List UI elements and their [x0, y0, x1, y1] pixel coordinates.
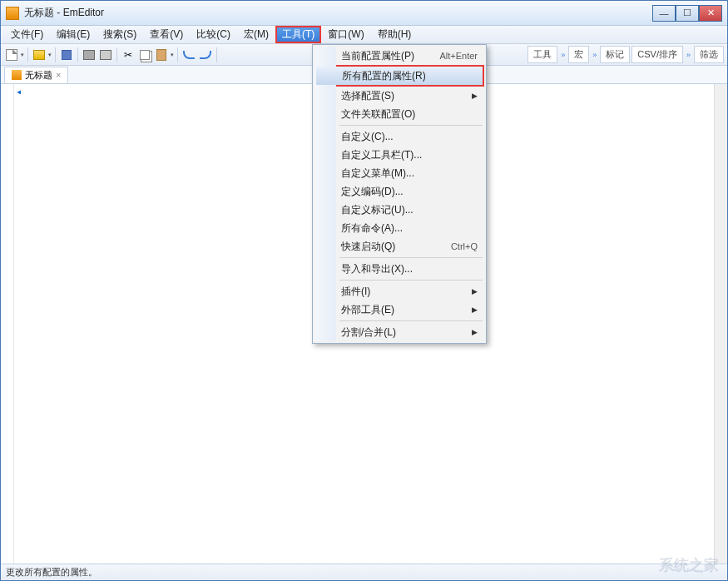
document-tab[interactable]: 无标题 × [4, 67, 68, 83]
menu-customize[interactable]: 自定义(C)... [314, 127, 484, 146]
new-dropdown-icon[interactable]: ▾ [21, 52, 24, 58]
toolbar-marker-label[interactable]: 标记 [600, 46, 630, 63]
vertical-scrollbar[interactable] [714, 84, 727, 564]
menu-help[interactable]: 帮助(H) [371, 26, 418, 43]
new-file-icon[interactable] [4, 47, 19, 62]
separator [77, 47, 78, 62]
toolbar-tools-label[interactable]: 工具 [527, 46, 557, 63]
document-icon [12, 70, 22, 80]
menu-customize-toolbar[interactable]: 自定义工具栏(T)... [314, 146, 484, 164]
minimize-button[interactable]: — [652, 5, 676, 22]
menu-item-label: 自定义(C)... [341, 130, 394, 144]
open-dropdown-icon[interactable]: ▾ [48, 52, 52, 58]
menu-item-label: 自定义标记(U)... [341, 203, 414, 217]
menu-customize-menu[interactable]: 自定义菜单(M)... [314, 164, 484, 182]
app-icon [6, 7, 19, 20]
submenu-arrow-icon: ▶ [472, 287, 478, 295]
menu-item-label: 所有命令(A)... [341, 221, 403, 236]
menu-customize-markers[interactable]: 自定义标记(U)... [314, 201, 484, 219]
menu-split-merge[interactable]: 分割/合并(L) ▶ [314, 323, 484, 341]
cut-icon[interactable]: ✂ [121, 47, 136, 62]
redo-icon[interactable] [198, 47, 213, 62]
toolbar-csv-label[interactable]: CSV/排序 [631, 46, 683, 63]
menu-separator [339, 320, 483, 321]
document-tab-title: 无标题 [25, 69, 52, 82]
menu-all-commands[interactable]: 所有命令(A)... [314, 219, 484, 237]
menu-all-config-properties[interactable]: 所有配置的属性(R) [316, 67, 483, 85]
paste-dropdown-icon[interactable]: ▾ [171, 52, 174, 58]
undo-icon[interactable] [181, 47, 196, 62]
separator [55, 47, 56, 62]
menu-item-label: 自定义菜单(M)... [341, 166, 414, 181]
menu-item-label: 选择配置(S) [341, 89, 394, 103]
menu-macro[interactable]: 宏(M) [237, 26, 275, 43]
menu-current-config-properties[interactable]: 当前配置属性(P) Alt+Enter [314, 47, 484, 65]
separator [177, 47, 178, 62]
separator [27, 47, 28, 62]
separator [116, 47, 117, 62]
status-text: 更改所有配置的属性。 [6, 566, 97, 579]
menu-item-label: 所有配置的属性(R) [342, 69, 426, 83]
submenu-arrow-icon: ▶ [472, 305, 478, 314]
menu-shortcut: Alt+Enter [439, 51, 478, 61]
editor-gutter [1, 84, 14, 564]
chevron-icon[interactable]: » [591, 51, 598, 59]
statusbar: 更改所有配置的属性。 [1, 564, 727, 580]
menu-import-export[interactable]: 导入和导出(X)... [314, 260, 484, 278]
menu-file-association[interactable]: 文件关联配置(O) [314, 105, 484, 123]
submenu-arrow-icon: ▶ [472, 92, 478, 100]
menubar: 文件(F) 编辑(E) 搜索(S) 查看(V) 比较(C) 宏(M) 工具(T)… [1, 26, 727, 44]
menu-item-label: 分割/合并(L) [341, 325, 396, 340]
maximize-button[interactable]: ☐ [676, 5, 699, 22]
print-preview-icon[interactable] [98, 47, 113, 62]
tab-close-icon[interactable]: × [56, 70, 61, 80]
highlight-annotation: 所有配置的属性(R) [314, 65, 484, 87]
menu-shortcut: Ctrl+Q [451, 241, 478, 251]
close-button[interactable]: ✕ [699, 5, 722, 22]
copy-icon[interactable] [137, 47, 152, 62]
menu-item-label: 外部工具(E) [341, 303, 394, 317]
menu-item-label: 文件关联配置(O) [341, 107, 415, 122]
save-icon[interactable] [59, 47, 74, 62]
submenu-arrow-icon: ▶ [472, 328, 478, 336]
menu-separator [339, 280, 483, 281]
highlight-annotation: 工具(T) [275, 26, 321, 43]
menu-external-tools[interactable]: 外部工具(E) ▶ [314, 300, 484, 319]
menu-separator [339, 125, 483, 126]
menu-tools[interactable]: 工具(T) [277, 27, 319, 42]
chevron-icon[interactable]: » [559, 51, 567, 59]
menu-select-config[interactable]: 选择配置(S) ▶ [314, 87, 484, 105]
menu-search[interactable]: 搜索(S) [97, 26, 143, 43]
menu-view[interactable]: 查看(V) [143, 26, 190, 43]
menu-define-encoding[interactable]: 定义编码(D)... [314, 182, 484, 201]
menu-file[interactable]: 文件(F) [4, 26, 50, 43]
menu-item-label: 定义编码(D)... [341, 185, 404, 199]
chevron-icon[interactable]: » [685, 51, 692, 59]
menu-separator [339, 257, 483, 258]
menu-plugins[interactable]: 插件(I) ▶ [314, 282, 484, 300]
window-title: 无标题 - EmEditor [24, 6, 652, 20]
menu-item-label: 插件(I) [341, 285, 370, 299]
tools-dropdown-menu: 当前配置属性(P) Alt+Enter 所有配置的属性(R) 选择配置(S) ▶… [312, 44, 487, 344]
eof-marker: ◂ [16, 86, 22, 97]
print-icon[interactable] [82, 47, 97, 62]
paste-icon[interactable] [154, 47, 169, 62]
separator [216, 47, 217, 62]
title-bar: 无标题 - EmEditor — ☐ ✕ [1, 1, 727, 26]
menu-compare[interactable]: 比较(C) [190, 26, 237, 43]
menu-edit[interactable]: 编辑(E) [50, 26, 97, 43]
open-file-icon[interactable] [32, 47, 47, 62]
toolbar-filter-label[interactable]: 筛选 [694, 46, 724, 63]
menu-window[interactable]: 窗口(W) [321, 26, 370, 43]
menu-item-label: 导入和导出(X)... [341, 262, 413, 276]
menu-item-label: 当前配置属性(P) [341, 49, 414, 63]
menu-item-label: 自定义工具栏(T)... [341, 148, 422, 162]
menu-quick-launch[interactable]: 快速启动(Q) Ctrl+Q [314, 237, 484, 256]
toolbar-macro-label[interactable]: 宏 [568, 46, 589, 63]
menu-item-label: 快速启动(Q) [341, 240, 395, 254]
